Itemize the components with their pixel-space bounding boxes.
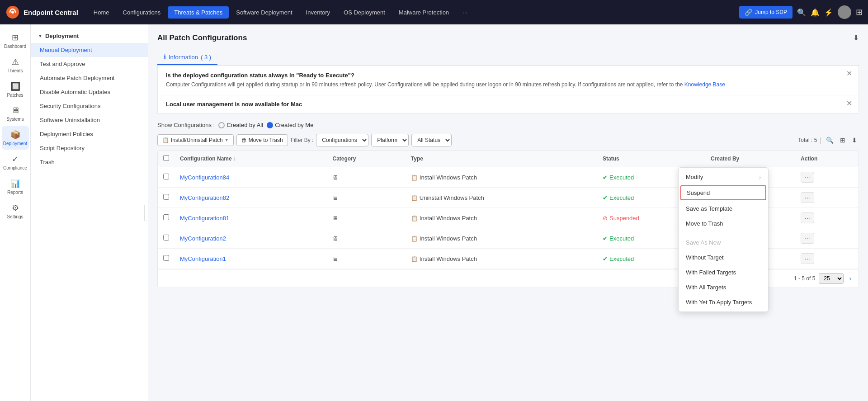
- install-uninstall-button[interactable]: 📋 Install/Uninstall Patch ▼: [157, 134, 234, 146]
- sidebar-item-disable-auto[interactable]: Disable Automatic Updates: [31, 85, 148, 99]
- app-name: Endpoint Central: [24, 9, 78, 16]
- row3-action: ···: [795, 208, 859, 228]
- sidebar-item-threats[interactable]: ⚠ Threats: [2, 53, 29, 77]
- sidebar-item-test-approve[interactable]: Test and Approve: [31, 57, 148, 71]
- dashboard-icon: ⊞: [12, 33, 19, 42]
- row3-checkbox-cell: [158, 208, 175, 228]
- nav-software-deployment[interactable]: Software Deployment: [230, 6, 298, 19]
- row2-checkbox[interactable]: [163, 194, 169, 200]
- patches-icon: 🔲: [10, 81, 20, 91]
- filter-created-by-me[interactable]: Created by Me: [267, 122, 313, 128]
- row4-checkbox[interactable]: [163, 235, 169, 241]
- row5-checkbox[interactable]: [163, 255, 169, 261]
- row3-checkbox[interactable]: [163, 214, 169, 220]
- sidebar-item-deployment-policies[interactable]: Deployment Policies: [31, 127, 148, 141]
- grid-apps-icon[interactable]: ⊞: [856, 7, 863, 17]
- status-filter[interactable]: All Status: [411, 134, 452, 146]
- search-table-icon[interactable]: 🔍: [824, 135, 835, 146]
- configurations-filter[interactable]: Configurations: [316, 134, 368, 146]
- check-icon: ✔: [603, 194, 608, 201]
- per-page-select[interactable]: 25 50 100: [819, 273, 844, 284]
- row1-checkbox[interactable]: [163, 174, 169, 179]
- sidebar-item-software-uninstall[interactable]: Software Uninstallation: [31, 113, 148, 127]
- next-page-button[interactable]: ›: [847, 274, 853, 283]
- row3-config-link[interactable]: MyConfiguration81: [180, 215, 229, 222]
- search-icon[interactable]: 🔍: [797, 8, 806, 17]
- sidebar-item-patches[interactable]: 🔲 Patches: [2, 78, 29, 101]
- select-all-checkbox[interactable]: [163, 155, 169, 161]
- filter-created-by-all[interactable]: Created by All: [218, 122, 263, 128]
- nav-inventory[interactable]: Inventory: [300, 6, 336, 19]
- notifications-icon[interactable]: 🔔: [811, 8, 820, 17]
- row2-action-button[interactable]: ···: [801, 192, 814, 203]
- row1-category-icon: 🖥: [332, 174, 338, 181]
- select-all-header: [158, 151, 175, 167]
- user-avatar[interactable]: [838, 5, 851, 19]
- systems-label: Systems: [6, 117, 24, 122]
- app-logo[interactable]: Endpoint Central: [5, 5, 78, 19]
- ctx-yet-to-apply[interactable]: With Yet To Apply Targets: [679, 295, 768, 310]
- row1-type: 📋Install Windows Patch: [406, 167, 597, 188]
- row5-action-button[interactable]: ···: [801, 253, 814, 264]
- ctx-save-template[interactable]: Save as Template: [679, 201, 768, 216]
- filter-label: Show Configurations :: [157, 122, 215, 128]
- info-message-1: Is the deployed configuration status alw…: [158, 66, 859, 95]
- ctx-without-target[interactable]: Without Target: [679, 250, 768, 265]
- nav-home[interactable]: Home: [87, 6, 116, 19]
- sidebar-item-dashboard[interactable]: ⊞ Dashboard: [2, 29, 29, 52]
- nav-malware-protection[interactable]: Malware Protection: [392, 6, 455, 19]
- row4-type: 📋Install Windows Patch: [406, 228, 597, 249]
- sidebar-item-automate-patch[interactable]: Automate Patch Deployment: [31, 71, 148, 85]
- row5-type-icon: 📋: [411, 256, 418, 262]
- sidebar-collapse-handle[interactable]: ‹: [144, 205, 148, 221]
- settings-icon: ⚙: [12, 203, 19, 213]
- check-icon: ✔: [603, 255, 608, 262]
- config-name-header: Configuration Name ↕: [175, 151, 327, 167]
- nav-threats-patches[interactable]: Threats & Patches: [168, 6, 229, 19]
- row4-action-button[interactable]: ···: [801, 233, 814, 244]
- jump-to-sdp-button[interactable]: 🔗 Jump to SDP: [739, 6, 793, 19]
- top-navigation: Endpoint Central Home Configurations Thr…: [0, 0, 868, 24]
- reports-label: Reports: [7, 190, 23, 195]
- download-icon[interactable]: ⬇: [853, 33, 859, 42]
- sidebar-section-deployment[interactable]: ▼ Deployment: [31, 29, 148, 43]
- info-message-1-close[interactable]: ✕: [846, 70, 852, 77]
- row2-config-link[interactable]: MyConfiguration82: [180, 194, 229, 201]
- sidebar-item-trash[interactable]: Trash: [31, 155, 148, 169]
- knowledge-base-link[interactable]: Knowledge Base: [684, 81, 725, 88]
- row3-action-button[interactable]: ···: [801, 212, 814, 223]
- sidebar-item-systems[interactable]: 🖥 Systems: [2, 102, 29, 125]
- lightning-icon[interactable]: ⚡: [824, 8, 833, 17]
- compliance-label: Compliance: [3, 165, 27, 170]
- row5-config-link[interactable]: MyConfiguration1: [180, 255, 226, 262]
- ctx-all-targets[interactable]: With All Targets: [679, 280, 768, 295]
- ctx-divider: [679, 233, 768, 233]
- row1-config-link[interactable]: MyConfiguration84: [180, 174, 229, 181]
- grid-view-icon[interactable]: ⊞: [838, 135, 847, 146]
- information-tab[interactable]: ℹ Information ( 3 ): [157, 50, 217, 65]
- sidebar-item-script-repo[interactable]: Script Repository: [31, 141, 148, 155]
- row2-checkbox-cell: [158, 188, 175, 208]
- platform-filter[interactable]: Platform: [371, 134, 409, 146]
- nav-os-deployment[interactable]: OS Deployment: [337, 6, 392, 19]
- row1-action-button[interactable]: ···: [801, 172, 814, 183]
- info-message-2-close[interactable]: ✕: [846, 100, 852, 107]
- sidebar-item-security-config[interactable]: Security Configurations: [31, 99, 148, 113]
- sidebar-item-compliance[interactable]: ✓ Compliance: [2, 151, 29, 174]
- ctx-suspend[interactable]: Suspend: [680, 185, 766, 200]
- sidebar-item-reports[interactable]: 📊 Reports: [2, 175, 29, 198]
- row4-config-link[interactable]: MyConfiguration2: [180, 235, 226, 242]
- sidebar-item-manual-deployment[interactable]: Manual Deployment: [31, 43, 148, 57]
- nav-configurations[interactable]: Configurations: [117, 6, 167, 19]
- sidebar-item-settings[interactable]: ⚙ Settings: [2, 199, 29, 223]
- move-to-trash-button[interactable]: 🗑 Move to Trash: [236, 134, 288, 146]
- ctx-failed-targets[interactable]: With Failed Targets: [679, 265, 768, 280]
- download-table-icon[interactable]: ⬇: [850, 135, 859, 146]
- row1-category: 🖥: [327, 167, 405, 188]
- ctx-move-trash[interactable]: Move to Trash: [679, 216, 768, 231]
- ctx-modify[interactable]: Modify ›: [679, 170, 768, 184]
- nav-more[interactable]: ···: [456, 6, 474, 19]
- install-dropdown-arrow: ▼: [225, 138, 229, 142]
- sidebar-item-deployment[interactable]: 📦 Deployment: [2, 126, 29, 150]
- row4-category: 🖥: [327, 228, 405, 249]
